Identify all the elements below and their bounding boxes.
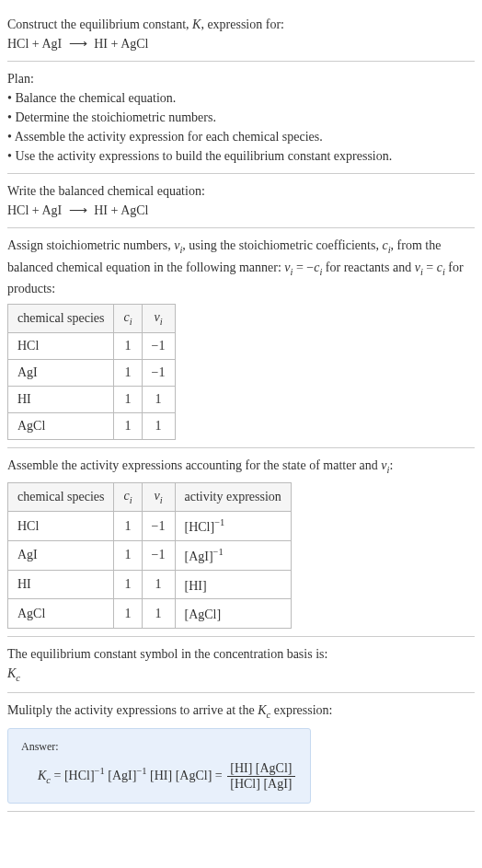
table-row: HCl 1 −1 [8, 332, 176, 359]
expr-cell: [HI] [175, 570, 291, 599]
term: [AgCl] [176, 769, 212, 782]
k-symbol: K [258, 703, 266, 717]
term-base: [AgI] [108, 769, 136, 782]
c-cell: 1 [114, 599, 142, 629]
table-header: νi [142, 483, 175, 512]
species-cell: HI [8, 570, 114, 599]
subscript-c: c [16, 673, 20, 683]
intro-equation: HCl + AgI ⟶ HI + AgCl [7, 34, 475, 53]
nu-cell: −1 [142, 512, 175, 541]
table-row: AgI 1 −1 [8, 359, 176, 386]
subscript-i: i [160, 495, 163, 505]
answer-label: Answer: [21, 740, 297, 754]
assign-text-part: for reactants and [322, 260, 414, 274]
assign-text-part: = [423, 260, 437, 274]
table-header: ci [114, 483, 142, 512]
table-header: activity expression [175, 483, 291, 512]
assign-text: Assign stoichiometric numbers, νi, using… [7, 236, 475, 298]
expr-base: [AgI] [185, 550, 213, 563]
table-row: AgCl 1 1 [8, 412, 176, 439]
equation-rhs: HI + AgCl [94, 37, 148, 51]
balanced-equation: HCl + AgI ⟶ HI + AgCl [7, 201, 475, 220]
nu-cell: −1 [142, 332, 175, 359]
activity-text-part: Assemble the activity expressions accoun… [7, 458, 381, 472]
table-row: AgI 1 −1 [AgI]−1 [8, 540, 292, 570]
denominator: [HCl] [AgI] [227, 777, 294, 792]
nu-cell: 1 [142, 570, 175, 599]
table-row: HCl 1 −1 [HCl]−1 [8, 512, 292, 541]
species-cell: AgI [8, 359, 114, 386]
intro-text: Construct the equilibrium constant, K, e… [7, 15, 475, 34]
term-exp: −1 [136, 766, 146, 776]
table-header: νi [142, 305, 175, 333]
plan-bullet: • Use the activity expressions to build … [7, 146, 475, 166]
expr-base: [HI] [185, 578, 207, 592]
balanced-section: Write the balanced chemical equation: HC… [7, 174, 475, 228]
nu-cell: −1 [142, 540, 175, 570]
symbol-value: Kc [7, 664, 475, 686]
table-header: chemical species [8, 483, 114, 512]
c-cell: 1 [114, 332, 142, 359]
symbol-text: The equilibrium constant symbol in the c… [7, 644, 475, 664]
expr-cell: [HCl]−1 [175, 512, 291, 541]
c-cell: 1 [114, 512, 142, 541]
assign-section: Assign stoichiometric numbers, νi, using… [7, 228, 475, 448]
expr-base: [HCl] [185, 520, 215, 534]
kc-expression: Kc = [HCl]−1 [AgI]−1 [HI] [AgCl] = [HI] … [38, 761, 297, 792]
intro-post: , expression for: [201, 17, 284, 31]
table-header: chemical species [8, 305, 114, 333]
table-header: ci [114, 305, 142, 333]
table-header-row: chemical species ci νi [8, 305, 176, 333]
equals-sign: = [212, 769, 225, 782]
multiply-text: Mulitply the activity expressions to arr… [7, 700, 475, 723]
table-row: AgCl 1 1 [AgCl] [8, 599, 292, 629]
c-cell: 1 [114, 412, 142, 439]
nu-cell: 1 [142, 599, 175, 629]
assign-text-part: , using the stoichiometric coefficients, [182, 238, 382, 252]
term-base: [HCl] [64, 769, 95, 782]
stoichiometric-table: chemical species ci νi HCl 1 −1 AgI 1 −1… [7, 304, 176, 440]
multiply-text-part: Mulitply the activity expressions to arr… [7, 703, 258, 717]
expr-base: [AgCl] [185, 608, 222, 621]
intro-pre: Construct the equilibrium constant, [7, 17, 192, 31]
table-header-row: chemical species ci νi activity expressi… [8, 483, 292, 512]
activity-text-part: : [389, 458, 393, 472]
activity-section: Assemble the activity expressions accoun… [7, 448, 475, 637]
assign-text-part: = − [293, 260, 314, 274]
expr-exp: −1 [214, 517, 224, 527]
fraction: [HI] [AgCl][HCl] [AgI] [227, 761, 294, 792]
intro-section: Construct the equilibrium constant, K, e… [7, 7, 475, 62]
multiply-text-part: expression: [270, 703, 332, 717]
equation-lhs: HCl + AgI [7, 37, 62, 51]
subscript-i: i [160, 317, 163, 327]
answer-box: Answer: Kc = [HCl]−1 [AgI]−1 [HI] [AgCl]… [7, 728, 311, 804]
species-cell: AgCl [8, 412, 114, 439]
species-cell: AgCl [8, 599, 114, 629]
plan-bullet: • Balance the chemical equation. [7, 88, 475, 108]
multiply-section: Mulitply the activity expressions to arr… [7, 693, 475, 812]
species-cell: HCl [8, 512, 114, 541]
subscript-i: i [130, 495, 132, 505]
balanced-lhs: HCl + AgI [7, 203, 62, 217]
balanced-title: Write the balanced chemical equation: [7, 181, 475, 201]
equals-sign: = [51, 769, 64, 782]
c-cell: 1 [114, 386, 142, 412]
plan-bullet: • Assemble the activity expression for e… [7, 127, 475, 146]
expr-exp: −1 [213, 547, 224, 557]
table-row: HI 1 1 [HI] [8, 570, 292, 599]
nu-cell: −1 [142, 359, 175, 386]
k-symbol: K [192, 17, 201, 31]
reaction-arrow-icon: ⟶ [69, 201, 87, 220]
activity-text: Assemble the activity expressions accoun… [7, 456, 475, 478]
term-exp: −1 [95, 766, 105, 776]
k-symbol: K [38, 769, 46, 782]
expr-cell: [AgI]−1 [175, 540, 291, 570]
symbol-section: The equilibrium constant symbol in the c… [7, 637, 475, 694]
k-symbol: K [7, 666, 16, 680]
assign-text-part: Assign stoichiometric numbers, [7, 238, 174, 252]
plan-bullet: • Determine the stoichiometric numbers. [7, 108, 475, 127]
activity-table: chemical species ci νi activity expressi… [7, 482, 292, 628]
c-cell: 1 [114, 570, 142, 599]
c-cell: 1 [114, 359, 142, 386]
balanced-rhs: HI + AgCl [94, 203, 148, 217]
